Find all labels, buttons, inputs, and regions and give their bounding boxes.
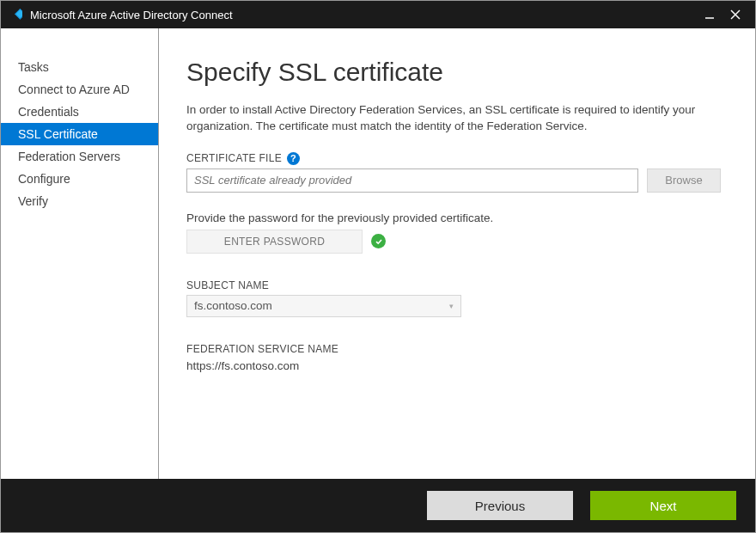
check-icon (371, 234, 386, 248)
certificate-file-label-text: CERTIFICATE FILE (186, 152, 282, 164)
footer: Previous Next (1, 479, 755, 532)
sidebar-item-ssl-certificate[interactable]: SSL Certificate (1, 123, 158, 145)
certificate-file-input[interactable] (186, 168, 638, 193)
chevron-down-icon: ▾ (449, 302, 454, 310)
sidebar-item-tasks[interactable]: Tasks (1, 56, 158, 78)
sidebar-item-verify[interactable]: Verify (1, 190, 158, 212)
subject-name-selected-value: fs.contoso.com (194, 299, 272, 312)
close-button[interactable] (722, 1, 748, 28)
titlebar: Microsoft Azure Active Directory Connect (1, 1, 755, 28)
main-content: Specify SSL certificate In order to inst… (159, 28, 755, 479)
federation-service-name-value: https://fs.contoso.com (186, 359, 721, 372)
certificate-file-label: CERTIFICATE FILE ? (186, 152, 721, 165)
help-icon[interactable]: ? (287, 152, 300, 165)
password-hint: Provide the password for the previously … (186, 211, 721, 224)
sidebar: Tasks Connect to Azure AD Credentials SS… (1, 28, 159, 479)
next-button[interactable]: Next (590, 491, 736, 520)
sidebar-item-credentials[interactable]: Credentials (1, 101, 158, 123)
window-title: Microsoft Azure Active Directory Connect (30, 9, 697, 21)
minimize-button[interactable] (697, 1, 722, 28)
certificate-file-row: Browse (186, 168, 721, 193)
sidebar-item-connect-azure-ad[interactable]: Connect to Azure AD (1, 78, 158, 101)
sidebar-item-federation-servers[interactable]: Federation Servers (1, 145, 158, 168)
password-input[interactable] (186, 230, 363, 254)
previous-button[interactable]: Previous (427, 491, 573, 520)
federation-service-name-label: FEDERATION SERVICE NAME (186, 343, 721, 355)
subject-name-select[interactable]: fs.contoso.com ▾ (186, 295, 461, 317)
window-root: Microsoft Azure Active Directory Connect… (0, 0, 756, 533)
app-icon (6, 6, 23, 23)
body-area: Tasks Connect to Azure AD Credentials SS… (1, 28, 755, 479)
sidebar-item-configure[interactable]: Configure (1, 168, 158, 190)
subject-name-label: SUBJECT NAME (186, 279, 721, 291)
intro-text: In order to install Active Directory Fed… (186, 102, 721, 135)
browse-button[interactable]: Browse (647, 168, 721, 193)
password-row (186, 230, 721, 254)
page-title: Specify SSL certificate (186, 58, 721, 87)
